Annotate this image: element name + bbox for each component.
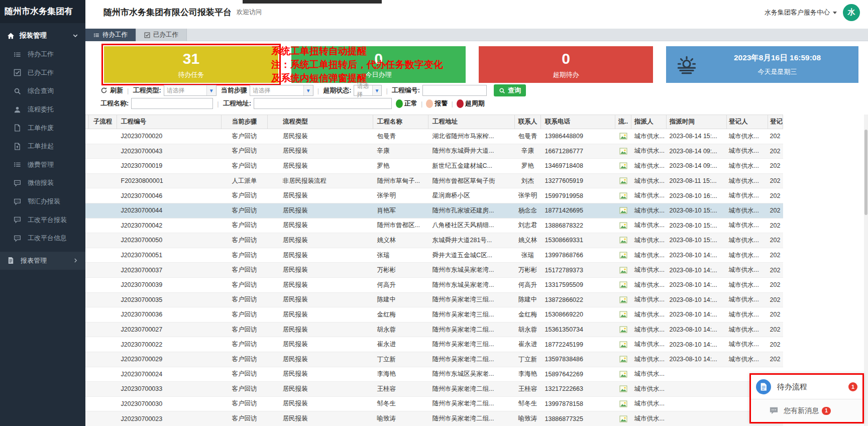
flow-image-icon[interactable] xyxy=(619,222,627,230)
sidebar-item-6[interactable]: 缴费管理 xyxy=(0,156,85,174)
flow-image-icon[interactable] xyxy=(619,147,627,155)
flow-image-icon[interactable] xyxy=(619,415,627,423)
table-row[interactable]: 16办理J20230700029客户回访居民报装丁立新随州市吴家老湾二组...丁… xyxy=(6,352,783,367)
flow-image-icon[interactable] xyxy=(619,296,627,304)
avatar[interactable]: 水 xyxy=(843,4,860,21)
table-row[interactable]: 19办理J20230700030客户回访居民报装邹冬生随州市吴家老湾二组...邹… xyxy=(6,396,783,411)
project-name-input[interactable] xyxy=(131,98,213,109)
sidebar-item-0[interactable]: 待办工作 xyxy=(0,45,85,64)
flow-image-icon[interactable] xyxy=(619,132,627,140)
new-message-notification[interactable]: 您有新消息 1 xyxy=(751,399,862,422)
table-row[interactable]: 18办理J20230700033客户回访居民报装王桂容随州市吴家老湾二组...王… xyxy=(6,382,783,397)
col-header-12: 指派人 xyxy=(631,115,667,129)
flow-image-icon[interactable] xyxy=(619,281,627,289)
cell-registrar: 城市供水... xyxy=(727,173,768,188)
sidebar-item-5[interactable]: 工单挂起 xyxy=(0,137,85,156)
sidebar-item-label: 工改平台报装 xyxy=(28,216,67,225)
query-button[interactable]: 查询 xyxy=(494,84,526,96)
table-row[interactable]: 5办理J20230700046客户回访居民报装张学明星润廊桥小区张学明15997… xyxy=(6,188,783,203)
card-date: 2023年8月16日 16:59:08 今天是星期三 xyxy=(666,46,858,83)
sidebar-item-9[interactable]: 工改平台报装 xyxy=(0,210,85,229)
pending-flow-badge: 1 xyxy=(848,382,857,391)
table-row[interactable]: 11办理J20230700039客户回访居民报装何高升随州市东城吴家老湾...何… xyxy=(6,277,783,292)
sidebar-item-label: 工改平台信息 xyxy=(28,234,67,243)
table-row[interactable]: 17办理J20230700024客户回访居民报装李海艳随州市东城区吴家老...李… xyxy=(6,367,783,382)
table-row[interactable]: 8办理J20230700050客户回访居民报装姚义林东城舜井大道281号...姚… xyxy=(6,233,783,248)
cell-flow-icon xyxy=(615,203,631,218)
cell-flow-type: 居民报装 xyxy=(268,248,373,263)
cell-flow-type: 非居民报装流程 xyxy=(268,173,373,188)
flow-image-icon[interactable] xyxy=(619,355,627,363)
project-type-select[interactable]: 请选择 ▼ xyxy=(164,85,216,96)
user-menu[interactable]: 水务集团客户服务中心 水 xyxy=(765,4,860,21)
scrollbar-thumb[interactable] xyxy=(864,130,867,215)
cell-phone: 15308669220 xyxy=(541,307,615,323)
table-row[interactable]: 9办理J20230700051客户回访居民报装张瑞舜井大道五金城C区...张瑞1… xyxy=(6,248,783,263)
sidebar-item-8[interactable]: 鄂汇办报装 xyxy=(0,192,85,211)
table-row[interactable]: 13办理J20230700036客户回访居民报装金红梅随州市吴家老湾三组...金… xyxy=(6,307,783,323)
flow-image-icon[interactable] xyxy=(619,385,627,393)
cell-phone: 13597838486 xyxy=(541,352,615,367)
flow-image-icon[interactable] xyxy=(619,266,627,274)
tab-done-work[interactable]: 已办工作 xyxy=(136,29,187,41)
project-addr-input[interactable] xyxy=(254,98,392,109)
cell-assignee: 城市供水... xyxy=(631,159,667,174)
flow-image-icon[interactable] xyxy=(619,326,627,334)
sidebar-item-2[interactable]: 综合查询 xyxy=(0,82,85,100)
cell-register-time: 202 xyxy=(768,203,783,218)
sidebar-item-3[interactable]: 流程委托 xyxy=(0,100,85,119)
tab-pending-work[interactable]: 待办工作 xyxy=(85,29,136,41)
sidebar-item-10[interactable]: 工改平台信息 xyxy=(0,229,85,248)
table-row[interactable]: 6办理J20230700044客户回访居民报装肖艳军随州市孔家坡还建房...杨念… xyxy=(6,203,783,218)
card-pending-tasks[interactable]: 31 待办任务 xyxy=(104,46,278,83)
cell-project-code: J20230700037 xyxy=(117,263,222,278)
flow-image-icon[interactable] xyxy=(619,310,627,318)
cell-subflow xyxy=(89,292,117,307)
flow-image-icon[interactable] xyxy=(619,162,627,170)
sidebar-item-7[interactable]: 微信报装 xyxy=(0,174,85,192)
sidebar-menu-baozhuang[interactable]: 报装管理 xyxy=(0,29,85,42)
card-today-done[interactable]: 0 今日办理 xyxy=(291,46,466,83)
table-row[interactable]: 10办理J20230700037客户回访居民报装万彬彬随州市东城吴家老湾...万… xyxy=(6,263,783,278)
cell-project-code: J20230700033 xyxy=(117,382,222,397)
table-row[interactable]: 7办理J20230700042客户回访居民报装随州市曾都区...八角楼社区天风精… xyxy=(6,218,783,233)
project-code-input[interactable] xyxy=(422,85,487,96)
pending-flow-notification[interactable]: 待办流程 1 xyxy=(751,375,862,399)
table-row[interactable]: 2办理J20230700043客户回访居民报装辛康随州市东城舜井大道...辛康1… xyxy=(6,144,783,159)
select-arrow-icon: ▼ xyxy=(206,85,216,95)
refresh-button[interactable]: 刷新 xyxy=(100,86,123,95)
cell-phone: 13469718408 xyxy=(541,159,615,174)
current-step-select[interactable]: 请选择 ▼ xyxy=(250,85,313,96)
col-header-15: 登记时间 xyxy=(768,115,783,129)
flow-image-icon[interactable] xyxy=(619,236,627,244)
flow-image-icon[interactable] xyxy=(619,192,627,200)
table-row[interactable]: 20办理J20230700023客户回访居民报装喻致涛随州市吴家老湾二组...喻… xyxy=(6,411,783,426)
sidebar-item-report-mgmt[interactable]: 报表管理 xyxy=(0,252,85,270)
table-row[interactable]: 14办理J20230700027客户回访居民报装胡永蓉随州市吴家老湾二组...胡… xyxy=(6,322,783,337)
cell-project-code: J20230700035 xyxy=(117,292,222,307)
table-row[interactable]: 3办理J20230700019客户回访居民报装罗艳新世纪五金建材城C...罗艳1… xyxy=(6,159,783,174)
select-arrow-icon: ▼ xyxy=(372,85,382,95)
flow-image-icon[interactable] xyxy=(619,177,627,185)
cell-current-step: 客户回访 xyxy=(222,248,268,263)
overdue-status-select[interactable]: 请选择 ▼ xyxy=(354,85,382,96)
table-row[interactable]: 15办理J20230700022客户回访居民报装崔永进随州市吴家老湾三组...崔… xyxy=(6,337,783,352)
sidebar-item-4[interactable]: 工单作废 xyxy=(0,119,85,137)
sidebar-item-1[interactable]: 已办工作 xyxy=(0,64,85,82)
cell-flow-icon xyxy=(615,322,631,337)
flow-image-icon[interactable] xyxy=(619,370,627,378)
vertical-scrollbar[interactable] xyxy=(864,115,868,426)
cell-flow-icon xyxy=(615,263,631,278)
flow-image-icon[interactable] xyxy=(619,251,627,259)
new-message-badge: 1 xyxy=(822,407,831,415)
table-row[interactable]: 12办理J20230700035客户回访居民报装陈建中随州市吴家老湾三组...陈… xyxy=(6,292,783,307)
flow-image-icon[interactable] xyxy=(619,400,627,408)
table-row[interactable]: 4办理F20230800001人工派单非居民报装流程随州市草甸子...随州市曾都… xyxy=(6,173,783,188)
flow-image-icon[interactable] xyxy=(619,206,627,215)
flow-image-icon[interactable] xyxy=(619,341,627,349)
cell-project-address: 随州市吴家老湾三组... xyxy=(428,307,515,323)
table-row[interactable]: 1办理J20230700020客户回访居民报装包曼青湖北省随州市马家榨...包曼… xyxy=(6,129,783,144)
cell-contact: 辛康 xyxy=(515,144,541,159)
card-overdue[interactable]: 0 超期待办 xyxy=(479,46,653,83)
cell-contact: 万彬彬 xyxy=(515,263,541,278)
